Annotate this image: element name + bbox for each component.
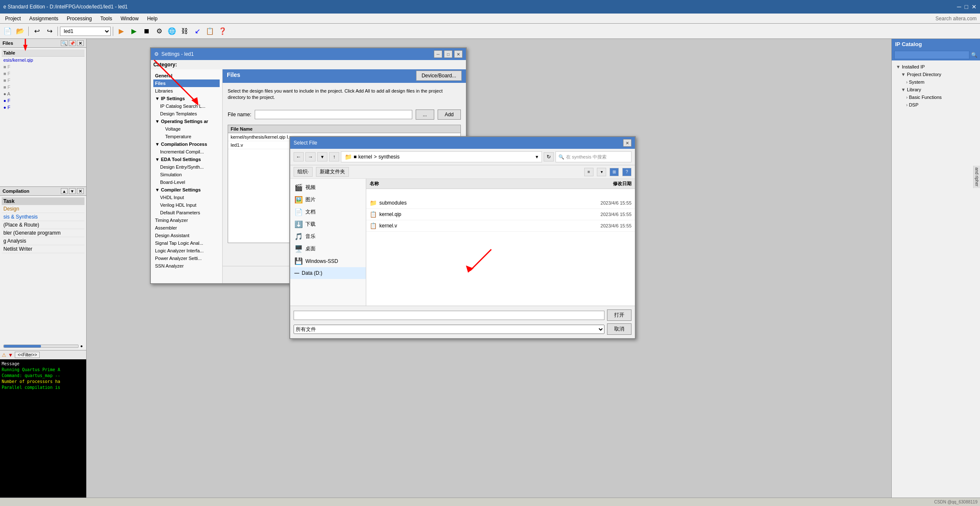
ip-basic-functions[interactable]: ›Basic Functions	[894, 93, 977, 101]
cat-design-entry[interactable]: Design Entry/Synth...	[153, 163, 220, 171]
cat-ip-catalog[interactable]: IP Catalog Search L...	[153, 102, 220, 110]
ip-search-input[interactable]	[894, 51, 969, 59]
files-search-btn[interactable]: 🔍	[61, 40, 68, 46]
ip-system[interactable]: ›System	[894, 78, 977, 86]
select-file-close-btn[interactable]: ✕	[623, 139, 632, 147]
toolbar-tcl-btn[interactable]: 📋	[204, 25, 216, 37]
file-item[interactable]: ● F	[2, 97, 84, 104]
toolbar-program-btn[interactable]: ↙	[191, 25, 203, 37]
cat-ip-settings[interactable]: ▼ IP Settings	[153, 95, 220, 102]
cat-logic-analyzer[interactable]: Logic Analyzer Interfa...	[153, 247, 220, 254]
sf-open-btn[interactable]: 打开	[607, 309, 632, 321]
comp-row[interactable]: (Place & Route)	[2, 221, 84, 229]
cat-timing[interactable]: Timing Analyzer	[153, 216, 220, 224]
toolbar-compile-btn[interactable]: ▶	[115, 25, 127, 37]
comp-row[interactable]: sis & Synthesis	[2, 213, 84, 221]
cat-verilog[interactable]: Verilog HDL Input	[153, 201, 220, 209]
comp-btn2[interactable]: ▼	[69, 188, 76, 194]
cat-power-analyzer[interactable]: Power Analyzer Setti...	[153, 254, 220, 262]
new-folder-btn[interactable]: 新建文件夹	[316, 167, 349, 177]
refresh-btn[interactable]: ↻	[544, 152, 554, 161]
menu-tools[interactable]: Tools	[97, 15, 115, 22]
ip-installed[interactable]: ▼Installed IP	[894, 63, 977, 71]
nav-windows-ssd[interactable]: 💾 Windows-SSD	[290, 255, 366, 267]
file-name-input[interactable]	[255, 110, 412, 119]
file-item[interactable]: ● F	[2, 104, 84, 111]
file-item-kernel-v[interactable]: 📋 kernel.v 2023/4/6 15:55	[366, 220, 635, 232]
menu-processing[interactable]: Processing	[63, 15, 95, 22]
sf-filetype-select[interactable]: 所有文件	[294, 325, 604, 334]
comp-row[interactable]: Netlist Writer	[2, 245, 84, 253]
toolbar-settings-btn[interactable]: ⚙	[153, 25, 165, 37]
toolbar-new-btn[interactable]: 📄	[2, 25, 14, 37]
settings-minimize-btn[interactable]: ─	[434, 50, 442, 58]
cat-voltage[interactable]: Voltage	[153, 125, 220, 133]
filter-btn[interactable]: <<Filter>>	[15, 352, 40, 358]
nav-desktop[interactable]: 🖥️ 桌面	[290, 243, 366, 255]
dropdown-nav-btn[interactable]: ▾	[317, 152, 327, 161]
nav-downloads[interactable]: ⬇️ 下载	[290, 218, 366, 230]
ip-library[interactable]: ▼Library	[894, 86, 977, 93]
file-item[interactable]: ■ F	[2, 84, 84, 90]
menu-assignments[interactable]: Assignments	[26, 15, 62, 22]
cat-simulation[interactable]: Simulation	[153, 171, 220, 178]
settings-maximize-btn[interactable]: □	[444, 50, 452, 58]
ip-dsp[interactable]: ›DSP	[894, 101, 977, 109]
nav-data-d[interactable]: ─ Data (D:)	[290, 267, 366, 279]
comp-btn1[interactable]: ▲	[61, 188, 68, 194]
cat-design-assistant[interactable]: Design Assistant	[153, 232, 220, 239]
cat-vhdl[interactable]: VHDL Input	[153, 194, 220, 201]
forward-btn[interactable]: →	[305, 152, 316, 161]
file-item-kernel-qip[interactable]: 📋 kernel.qip 2023/4/6 15:55	[366, 209, 635, 220]
add-btn[interactable]: Add	[438, 109, 461, 120]
cat-libraries[interactable]: Libraries	[153, 87, 220, 95]
organize-btn[interactable]: 组织·	[294, 167, 313, 177]
cat-design-templates[interactable]: Design Templates	[153, 110, 220, 118]
maximize-btn[interactable]: □	[965, 3, 968, 10]
cat-files[interactable]: Files	[153, 79, 220, 87]
file-item[interactable]: ■ F	[2, 77, 84, 84]
view-btn-3[interactable]: ⊞	[610, 168, 619, 176]
cat-general[interactable]: General	[153, 72, 220, 79]
comp-close-btn[interactable]: ✕	[77, 188, 84, 194]
sf-filename-input[interactable]	[294, 311, 604, 320]
cat-ssn[interactable]: SSN Analyzer	[153, 262, 220, 270]
comp-row[interactable]: bler (Generate programm	[2, 229, 84, 237]
file-item[interactable]: ■ F	[2, 70, 84, 77]
toolbar-stop-btn[interactable]: ⏹	[141, 25, 152, 37]
cat-signal-tap[interactable]: Signal Tap Logic Anal...	[153, 239, 220, 247]
menu-help[interactable]: Help	[144, 15, 161, 22]
toolbar-chain-btn[interactable]: ⛓	[179, 25, 191, 37]
sf-cancel-btn[interactable]: 取消	[607, 323, 632, 335]
cat-default-params[interactable]: Default Parameters	[153, 209, 220, 216]
file-item[interactable]: ● A	[2, 90, 84, 97]
comp-row[interactable]: g Analysis	[2, 237, 84, 245]
nav-docs[interactable]: 📄 文档	[290, 206, 366, 218]
comp-row[interactable]: Design	[2, 205, 84, 213]
nav-pictures[interactable]: 🖼️ 图片	[290, 194, 366, 206]
nav-video[interactable]: 🎬 视频	[290, 181, 366, 194]
files-close-btn[interactable]: ✕	[77, 40, 84, 46]
cat-temperature[interactable]: Temperature	[153, 133, 220, 140]
file-item-submodules[interactable]: 📁 submodules 2023/4/6 15:55	[366, 197, 635, 209]
help-btn[interactable]: ?	[622, 168, 632, 176]
toolbar-help-btn[interactable]: ❓	[217, 25, 229, 37]
toolbar-network-btn[interactable]: 🌐	[166, 25, 178, 37]
cat-board-level[interactable]: Board-Level	[153, 178, 220, 186]
toolbar-undo-btn[interactable]: ↩	[31, 25, 43, 37]
back-btn[interactable]: ←	[294, 152, 304, 161]
cat-operating[interactable]: ▼ Operating Settings ar	[153, 118, 220, 125]
ip-project-dir[interactable]: ▼Project Directory	[894, 71, 977, 78]
view-btn-1[interactable]: ≡	[584, 168, 593, 176]
minimize-btn[interactable]: ─	[957, 3, 961, 10]
toolbar-open-btn[interactable]: 📂	[14, 25, 26, 37]
device-board-btn[interactable]: Device/Board...	[416, 71, 462, 81]
cat-assembler[interactable]: Assembler	[153, 224, 220, 232]
cat-compiler[interactable]: ▼ Compiler Settings	[153, 186, 220, 194]
up-btn[interactable]: ↑	[329, 152, 339, 161]
toolbar-redo-btn[interactable]: ↪	[44, 25, 55, 37]
cat-eda-tools[interactable]: ▼ EDA Tool Settings	[153, 156, 220, 163]
nav-music[interactable]: 🎵 音乐	[290, 230, 366, 243]
cat-incremental[interactable]: Incremental Compil...	[153, 148, 220, 156]
browse-btn[interactable]: ...	[416, 109, 434, 120]
